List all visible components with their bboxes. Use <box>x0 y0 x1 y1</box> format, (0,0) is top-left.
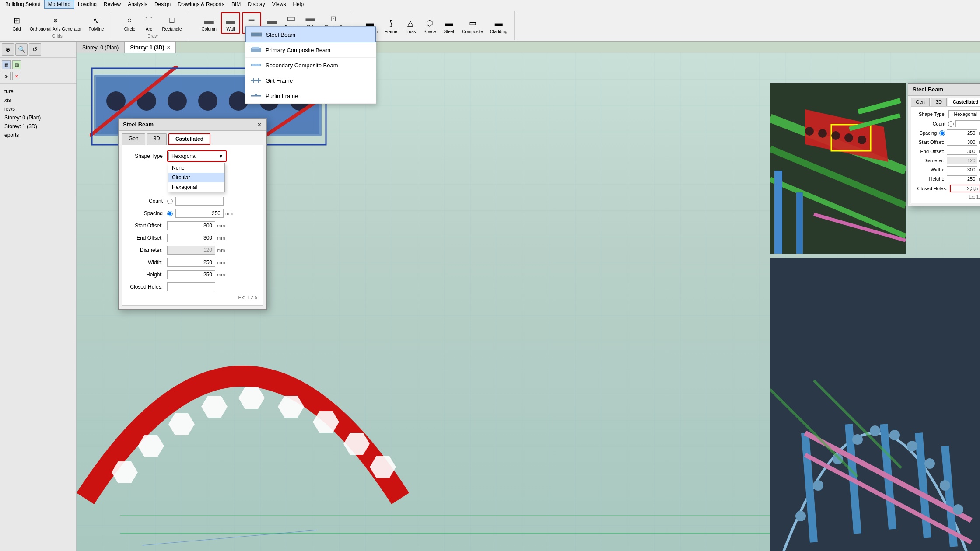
svg-point-65 <box>255 64 257 66</box>
left-icon-3[interactable]: ⊗ <box>2 72 10 80</box>
count-input[interactable] <box>175 197 224 206</box>
left-item-storey0[interactable]: Storey: 0 (Plan) <box>4 113 73 122</box>
right-height-input[interactable] <box>947 175 977 182</box>
menu-building-setout[interactable]: Building Setout <box>2 0 44 8</box>
bottom-right-svg <box>770 258 980 551</box>
count-label: Count <box>128 198 167 204</box>
left-item-xis[interactable]: xis <box>4 96 73 105</box>
beam-dropdown-steel-beam[interactable]: Steel Beam <box>245 27 376 42</box>
menu-help[interactable]: Help <box>289 0 307 8</box>
storey-tab-1[interactable]: Storey: 1 (3D) ✕ <box>124 42 176 53</box>
right-closed-holes-input[interactable] <box>950 185 980 192</box>
cladding-button[interactable]: ▬ Cladding <box>487 16 510 35</box>
dialog-main-close[interactable]: ✕ <box>257 122 262 128</box>
left-item-storey1[interactable]: Storey: 1 (3D) <box>4 122 73 131</box>
menu-loading[interactable]: Loading <box>74 0 100 8</box>
grid-button[interactable]: ⊞ Grid <box>8 13 25 33</box>
svg-point-5 <box>168 91 187 111</box>
left-item-ture[interactable]: ture <box>4 87 73 96</box>
diameter-input[interactable] <box>167 246 215 255</box>
shape-option-hexagonal[interactable]: Hexagonal <box>168 182 224 192</box>
storey-tab-1-close[interactable]: ✕ <box>167 45 170 50</box>
menu-display[interactable]: Display <box>244 0 268 8</box>
closed-holes-input[interactable] <box>167 282 215 291</box>
left-item-reports[interactable]: eports <box>4 131 73 139</box>
steel-button[interactable]: ▬ Steel <box>440 16 458 35</box>
circle-button[interactable]: ○ Circle <box>121 13 138 33</box>
menu-drawings[interactable]: Drawings & Reports <box>174 0 228 8</box>
right-width-input[interactable] <box>947 166 977 173</box>
right-tab-castellated[interactable]: Castellated <box>948 98 980 106</box>
left-toolbar-btn-2[interactable]: 🔍 <box>15 43 28 56</box>
height-input[interactable] <box>167 270 215 279</box>
menu-views[interactable]: Views <box>269 0 290 8</box>
shape-option-none[interactable]: None <box>168 163 224 173</box>
right-tab-gen[interactable]: Gen <box>911 98 930 106</box>
truss-icon: △ <box>404 17 416 29</box>
right-shape-select[interactable]: Hexagonal None Circular <box>948 110 980 118</box>
storey-tab-0[interactable]: Storey: 0 (Plan) <box>77 42 124 53</box>
right-end-offset-input[interactable] <box>947 148 977 155</box>
column-button-rc[interactable]: ▬ Column <box>199 13 219 33</box>
beam-dropdown-purlin[interactable]: Purlin Frame <box>245 88 376 104</box>
left-icon-1[interactable]: ▦ <box>2 60 10 69</box>
right-tab-3d[interactable]: 3D <box>931 98 947 106</box>
axis-generator-button[interactable]: ⊕ Orthogonal Axis Generator <box>27 13 84 33</box>
right-count-input[interactable] <box>956 120 980 127</box>
svg-point-51 <box>889 430 900 440</box>
right-spacing-input[interactable] <box>947 129 977 136</box>
shape-type-select-display[interactable]: Hexagonal ▾ <box>168 152 225 160</box>
dialog-tab-3d[interactable]: 3D <box>147 133 167 145</box>
beam-dropdown-secondary[interactable]: Secondary Composite Beam <box>245 58 376 73</box>
dialog-tab-castellated[interactable]: Castellated <box>168 133 210 145</box>
polyline-button[interactable]: ∿ Polyline <box>86 13 106 33</box>
svg-rect-60 <box>251 36 262 37</box>
right-count-radio[interactable] <box>948 121 954 127</box>
menu-analysis[interactable]: Analysis <box>124 0 151 8</box>
menu-modelling[interactable]: Modelling <box>44 0 74 9</box>
right-width-label: Width: <box>915 167 947 172</box>
right-width-row: Width: mm <box>915 166 980 173</box>
secondary-beam-label: Secondary Composite Beam <box>266 62 338 69</box>
height-row: Height: mm <box>128 270 257 279</box>
right-count-label: Count <box>915 121 948 126</box>
composite-button[interactable]: ▭ Composite <box>459 16 486 35</box>
end-offset-input[interactable] <box>167 234 215 242</box>
menu-bim[interactable]: BIM <box>228 0 244 8</box>
menu-design[interactable]: Design <box>151 0 174 8</box>
right-start-offset-input[interactable] <box>947 139 977 146</box>
width-input[interactable] <box>167 258 215 267</box>
left-toolbar-btn-1[interactable]: ⊕ <box>2 43 14 56</box>
axis-label: Orthogonal Axis Generator <box>30 27 81 31</box>
left-item-iews[interactable]: iews <box>4 105 73 113</box>
wall-button[interactable]: ▬ Wall <box>221 12 240 34</box>
beam-dropdown-primary[interactable]: Primary Composite Beam <box>245 42 376 58</box>
column-icon-rc: ▬ <box>203 14 215 27</box>
left-icon-x[interactable]: ✕ <box>12 72 21 80</box>
left-icon-2[interactable]: ▥ <box>12 60 21 69</box>
truss-button[interactable]: △ Truss <box>402 16 419 35</box>
rectangle-button[interactable]: □ Rectangle <box>159 13 184 33</box>
svg-point-52 <box>907 441 917 451</box>
menu-bar: Building Setout Modelling Loading Review… <box>0 0 980 9</box>
arc-button[interactable]: ⌒ Arc <box>140 13 158 33</box>
start-offset-row: Start Offset: mm <box>128 221 257 230</box>
beam-dropdown-girt[interactable]: Girt Frame <box>245 73 376 88</box>
spacing-radio[interactable] <box>167 211 173 216</box>
frame-button[interactable]: ⟆ Frame <box>382 16 400 35</box>
polyline-label: Polyline <box>88 27 104 31</box>
dialog-tab-gen[interactable]: Gen <box>122 133 145 145</box>
draw-buttons: ○ Circle ⌒ Arc □ Rectangle <box>121 13 184 33</box>
right-spacing-radio[interactable] <box>939 130 945 136</box>
count-radio[interactable] <box>167 199 173 204</box>
shape-option-circular[interactable]: Circular <box>168 173 224 182</box>
spacing-label: Spacing <box>128 210 167 216</box>
right-diameter-input[interactable] <box>947 157 977 164</box>
space-button[interactable]: ⬡ Space <box>421 16 438 35</box>
storey-tabs: Storey: 0 (Plan) Storey: 1 (3D) ✕ <box>77 42 176 53</box>
left-toolbar-btn-3[interactable]: ↺ <box>29 43 41 56</box>
menu-review[interactable]: Review <box>100 0 124 8</box>
purlin-icon <box>251 92 261 100</box>
spacing-input[interactable] <box>175 209 224 218</box>
start-offset-input[interactable] <box>167 221 215 230</box>
